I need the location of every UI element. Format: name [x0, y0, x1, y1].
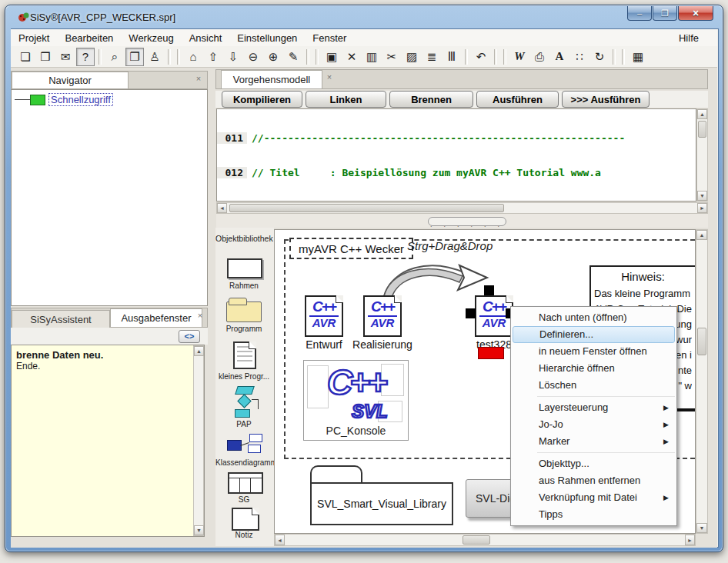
ausfuehren-button[interactable]: Ausführen	[476, 91, 559, 108]
code-horizontal-scrollbar[interactable]: ◄ ►	[216, 202, 708, 214]
menu-item-neues-fenster[interactable]: in neuem Fenster öffnen	[511, 343, 676, 360]
home-icon[interactable]: ⌂	[184, 48, 202, 66]
edit-properties-icon[interactable]: ▣	[322, 48, 341, 66]
code-editor[interactable]: 011//-----------------------------------…	[216, 108, 696, 202]
close-button[interactable]: ✕	[678, 6, 713, 21]
expander-button[interactable]: <>	[179, 330, 200, 343]
splitter-handle[interactable]: · · · · · ·	[428, 217, 506, 226]
dotted-list-icon[interactable]: ∷	[570, 48, 589, 66]
minimize-button[interactable]: –	[627, 6, 652, 21]
palette-notiz-icon[interactable]	[232, 508, 259, 531]
palette-item-label[interactable]: Rahmen	[215, 282, 272, 290]
scrollbar-thumb[interactable]	[463, 535, 490, 545]
navigate-up-icon[interactable]: ⇧	[204, 48, 222, 66]
mail-icon[interactable]: ✉	[56, 48, 75, 66]
menu-bearbeiten[interactable]: Bearbeiten	[57, 32, 121, 44]
menu-item-verknuepfung[interactable]: Verknüpfung mit Datei▶	[511, 489, 676, 506]
kompilieren-button[interactable]: Kompilieren	[222, 91, 302, 108]
linken-button[interactable]: Linken	[306, 91, 386, 108]
palette-rahmen-icon[interactable]	[227, 258, 262, 278]
scroll-down-icon[interactable]: ▼	[194, 525, 204, 535]
font-icon[interactable]: A	[550, 48, 569, 66]
tab-navigator[interactable]: Navigator	[12, 72, 129, 88]
palette-item-label[interactable]: Programm	[215, 325, 272, 333]
menu-ansicht[interactable]: Ansicht	[182, 32, 230, 44]
tab-vorgehensmodell[interactable]: Vorgehensmodell	[221, 70, 322, 88]
delete-icon[interactable]: ✕	[342, 48, 361, 66]
tab-ausgabefenster[interactable]: Ausgabefenster	[110, 308, 202, 327]
scrollbar-thumb[interactable]	[698, 121, 706, 138]
scroll-down-icon[interactable]: ▼	[697, 191, 707, 201]
scroll-up-icon[interactable]: ▲	[696, 230, 707, 240]
menu-hilfe[interactable]: Hilfe	[671, 29, 706, 46]
scroll-up-icon[interactable]: ▲	[194, 346, 204, 356]
tree-node-icon[interactable]	[30, 95, 45, 105]
schnell-ausfuehren-button[interactable]: >>> Ausführen	[562, 91, 650, 108]
palette-item-label[interactable]: Klassendiagramm	[215, 458, 272, 467]
palette-programm-icon[interactable]	[226, 301, 262, 322]
menu-item-tipps[interactable]: Tipps	[511, 506, 676, 523]
scroll-left-icon[interactable]: ◄	[275, 535, 285, 545]
brennen-button[interactable]: Brennen	[389, 91, 473, 108]
tab-sisy-assistent[interactable]: SiSyAssistent	[12, 310, 110, 328]
undo-icon[interactable]: ↶	[472, 48, 490, 66]
open-folder-icon[interactable]: ❒	[36, 48, 55, 66]
menu-item-marker[interactable]: Marker▶	[511, 433, 676, 450]
menu-werkzeug[interactable]: Werkzeug	[121, 32, 181, 44]
palette-item-label[interactable]: SG	[215, 495, 272, 504]
palette-kleines-programm-icon[interactable]	[233, 341, 256, 369]
scrollbar-thumb[interactable]	[697, 328, 706, 355]
titlebar[interactable]: SiSy®[AVR_CPP_WECKER.spr]	[5, 5, 723, 28]
selection-handle[interactable]	[466, 308, 476, 318]
palette-klassendiagramm-icon[interactable]	[227, 434, 262, 455]
scroll-right-icon[interactable]: ►	[697, 203, 707, 213]
canvas-vertical-scrollbar[interactable]: ▲ ▼	[696, 229, 708, 534]
navigate-down-icon[interactable]: ⇩	[224, 48, 242, 66]
menu-item-nach-unten[interactable]: Nach unten (öffnen)	[511, 309, 676, 326]
paste-icon[interactable]: ▨	[402, 48, 421, 66]
code-vertical-scrollbar[interactable]: ▲ ▼	[696, 108, 708, 202]
print-icon[interactable]: ⎙	[530, 48, 549, 66]
new-document-icon[interactable]: ❏	[16, 48, 35, 66]
palette-sg-icon[interactable]	[228, 472, 263, 494]
report-icon[interactable]: ✎	[284, 48, 302, 66]
zoom-out-icon[interactable]: ⊖	[244, 48, 262, 66]
palette-pap-icon[interactable]	[230, 386, 259, 417]
menu-item-hierarchie[interactable]: Hierarchie öffnen	[511, 360, 676, 377]
menu-fenster[interactable]: Fenster	[305, 32, 354, 44]
menu-item-layersteuerung[interactable]: Layersteuerung▶	[511, 399, 676, 416]
help-icon[interactable]: ?	[76, 48, 95, 66]
node-svl-library[interactable]: SVL_Smart_Visual_Library	[310, 482, 453, 525]
palette-item-label[interactable]: kleines Progr...	[215, 372, 272, 381]
list-icon[interactable]: ≣	[422, 48, 441, 66]
node-realisierung[interactable]: C++ AVR Realisierung	[342, 295, 422, 351]
copy-icon[interactable]: ▥	[362, 48, 381, 66]
menu-item-loeschen[interactable]: Löschen	[511, 377, 676, 394]
scroll-up-icon[interactable]: ▲	[697, 109, 707, 119]
restore-button[interactable]: ❐	[653, 6, 677, 21]
cut-icon[interactable]: ✂	[382, 48, 401, 66]
output-close-icon[interactable]: ×	[195, 310, 205, 321]
menu-projekt[interactable]: Projekt	[11, 32, 57, 44]
search-binoculars-icon[interactable]: ⌕	[105, 48, 124, 66]
menu-einstellungen[interactable]: Einstellungen	[229, 32, 305, 44]
canvas-horizontal-scrollbar[interactable]: ◄ ►	[274, 534, 696, 546]
menu-item-definieren[interactable]: Definieren...	[513, 326, 675, 343]
refresh-icon[interactable]: ↻	[590, 48, 609, 66]
selection-handle[interactable]	[484, 285, 494, 295]
book-icon[interactable]: ▦	[629, 48, 647, 66]
output-scrollbar[interactable]: ▲ ▼	[193, 345, 204, 536]
diagram-window-icon[interactable]: ❐	[125, 48, 144, 66]
menu-item-aus-rahmen[interactable]: aus Rahmen entfernen	[511, 472, 676, 489]
node-pc-konsole[interactable]: C++ SVL PC_Konsole	[303, 360, 409, 441]
scroll-right-icon[interactable]: ►	[685, 535, 695, 545]
scroll-left-icon[interactable]: ◄	[217, 203, 227, 213]
person-info-icon[interactable]: ♙	[145, 48, 164, 66]
scroll-down-icon[interactable]: ▼	[696, 523, 707, 533]
tree-item-schnellzugriff[interactable]: Schnellzugriff	[48, 93, 113, 106]
zoom-in-icon[interactable]: ⊕	[264, 48, 282, 66]
navigator-close-icon[interactable]: ×	[193, 73, 204, 84]
palette-item-label[interactable]: PAP	[215, 420, 272, 428]
word-export-icon[interactable]: W	[510, 48, 529, 66]
menu-item-objekttyp[interactable]: Objekttyp...	[511, 455, 676, 472]
